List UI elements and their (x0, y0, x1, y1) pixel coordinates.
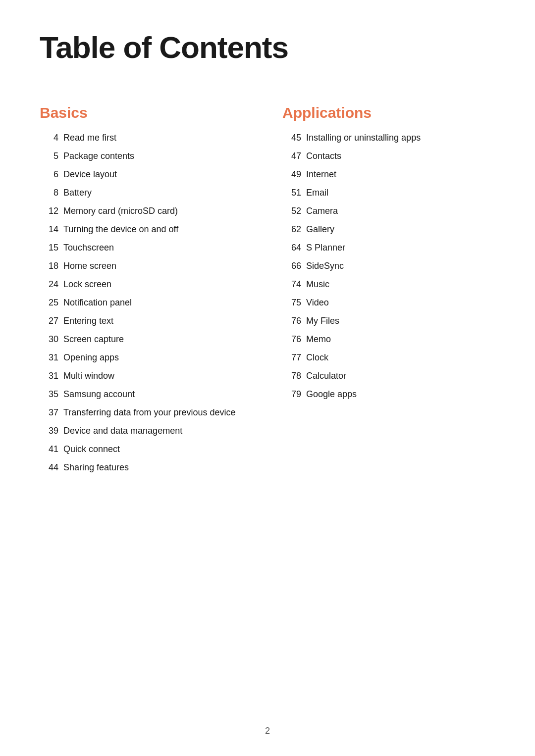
toc-item: 24Lock screen (40, 278, 253, 291)
toc-item: 52Camera (282, 204, 495, 218)
toc-item-text: Music (306, 278, 495, 291)
toc-item: 49Internet (282, 168, 495, 181)
toc-page-number: 76 (282, 314, 306, 328)
toc-item: 12Memory card (microSD card) (40, 204, 253, 218)
toc-item-text: Read me first (63, 131, 253, 145)
toc-item-text: S Planner (306, 241, 495, 254)
toc-page-number: 47 (282, 150, 306, 163)
toc-item: 51Email (282, 186, 495, 200)
toc-item-text: Opening apps (63, 351, 253, 364)
toc-item: 31Multi window (40, 369, 253, 383)
toc-page-number: 75 (282, 296, 306, 309)
toc-item-text: Contacts (306, 150, 495, 163)
toc-page-number: 31 (40, 351, 63, 364)
toc-page-number: 45 (282, 131, 306, 145)
toc-item-text: Samsung account (63, 388, 253, 401)
toc-item-text: Home screen (63, 259, 253, 273)
toc-item: 15Touchscreen (40, 241, 253, 254)
toc-item-text: Installing or uninstalling apps (306, 131, 495, 145)
toc-item: 77Clock (282, 351, 495, 364)
toc-item-text: Calculator (306, 369, 495, 383)
toc-item: 31Opening apps (40, 351, 253, 364)
toc-item-text: Device layout (63, 168, 253, 181)
toc-item: 35Samsung account (40, 388, 253, 401)
toc-item: 5Package contents (40, 150, 253, 163)
toc-page-number: 64 (282, 241, 306, 254)
toc-page-number: 51 (282, 186, 306, 200)
toc-item-text: Gallery (306, 223, 495, 236)
toc-page-number: 44 (40, 461, 63, 474)
toc-item-text: SideSync (306, 259, 495, 273)
toc-item: 8Battery (40, 186, 253, 200)
toc-item: 18Home screen (40, 259, 253, 273)
toc-item-text: Memory card (microSD card) (63, 204, 253, 218)
toc-item: 75Video (282, 296, 495, 309)
toc-page-number: 12 (40, 204, 63, 218)
toc-item-text: Quick connect (63, 443, 253, 456)
toc-page-number: 15 (40, 241, 63, 254)
toc-item: 45Installing or uninstalling apps (282, 131, 495, 145)
toc-item-text: Lock screen (63, 278, 253, 291)
toc-page-number: 39 (40, 424, 63, 438)
toc-item-text: Clock (306, 351, 495, 364)
toc-item-text: Package contents (63, 150, 253, 163)
toc-item: 66SideSync (282, 259, 495, 273)
toc-page-number: 66 (282, 259, 306, 273)
basics-column: Basics 4Read me first5Package contents6D… (40, 104, 253, 479)
applications-list: 45Installing or uninstalling apps47Conta… (282, 131, 495, 401)
toc-item: 27Entering text (40, 314, 253, 328)
toc-page-number: 8 (40, 186, 63, 200)
applications-column: Applications 45Installing or uninstallin… (282, 104, 495, 406)
toc-page-number: 35 (40, 388, 63, 401)
toc-item: 30Screen capture (40, 333, 253, 346)
toc-item: 47Contacts (282, 150, 495, 163)
toc-page-number: 27 (40, 314, 63, 328)
toc-page-number: 62 (282, 223, 306, 236)
toc-item-text: Device and data management (63, 424, 253, 438)
page-footer: 2 (0, 726, 535, 736)
toc-item: 25Notification panel (40, 296, 253, 309)
toc-item: 14Turning the device on and off (40, 223, 253, 236)
toc-item-text: Transferring data from your previous dev… (63, 406, 253, 419)
applications-heading: Applications (282, 104, 495, 121)
toc-page-number: 25 (40, 296, 63, 309)
toc-item-text: Multi window (63, 369, 253, 383)
toc-item: 6Device layout (40, 168, 253, 181)
toc-item: 74Music (282, 278, 495, 291)
toc-page-number: 6 (40, 168, 63, 181)
toc-item-text: Notification panel (63, 296, 253, 309)
page-title: Table of Contents (40, 30, 495, 65)
toc-columns: Basics 4Read me first5Package contents6D… (40, 104, 495, 479)
toc-page-number: 41 (40, 443, 63, 456)
toc-page-number: 76 (282, 333, 306, 346)
toc-page-number: 24 (40, 278, 63, 291)
toc-item: 39Device and data management (40, 424, 253, 438)
toc-page-number: 31 (40, 369, 63, 383)
toc-page-number: 49 (282, 168, 306, 181)
toc-item: 64S Planner (282, 241, 495, 254)
toc-item-text: Touchscreen (63, 241, 253, 254)
toc-page-number: 37 (40, 406, 63, 419)
toc-item: 76Memo (282, 333, 495, 346)
toc-item: 44Sharing features (40, 461, 253, 474)
toc-item: 4Read me first (40, 131, 253, 145)
toc-item-text: Turning the device on and off (63, 223, 253, 236)
toc-page-number: 77 (282, 351, 306, 364)
toc-item-text: Screen capture (63, 333, 253, 346)
toc-item-text: Camera (306, 204, 495, 218)
toc-item: 78Calculator (282, 369, 495, 383)
toc-item: 62Gallery (282, 223, 495, 236)
page-container: Table of Contents Basics 4Read me first5… (0, 0, 535, 756)
toc-item-text: Battery (63, 186, 253, 200)
toc-page-number: 4 (40, 131, 63, 145)
toc-item-text: Entering text (63, 314, 253, 328)
toc-page-number: 18 (40, 259, 63, 273)
toc-item-text: Google apps (306, 388, 495, 401)
toc-item-text: Memo (306, 333, 495, 346)
basics-heading: Basics (40, 104, 253, 121)
toc-item-text: Internet (306, 168, 495, 181)
toc-item-text: Email (306, 186, 495, 200)
toc-item: 41Quick connect (40, 443, 253, 456)
toc-item-text: Video (306, 296, 495, 309)
toc-page-number: 52 (282, 204, 306, 218)
